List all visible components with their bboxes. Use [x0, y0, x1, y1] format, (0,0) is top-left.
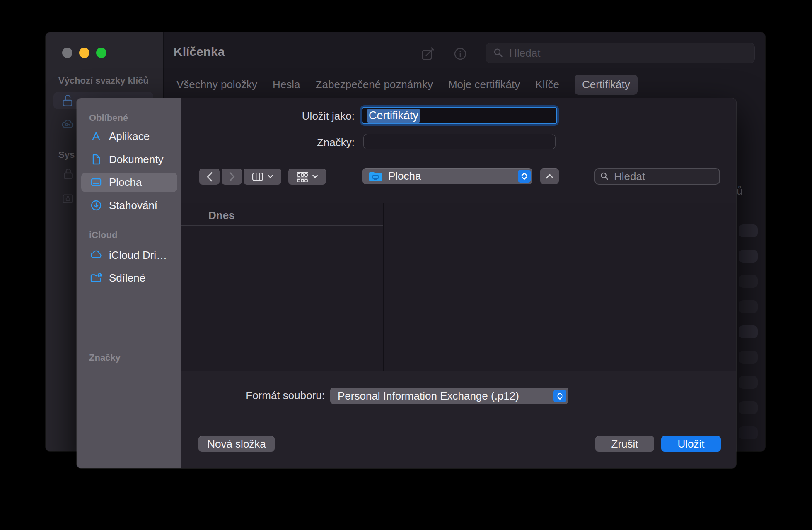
file-format-popup[interactable]: Personal Information Exchange (.p12)	[330, 388, 568, 404]
save-dialog-sidebar: Oblíbené Aplikace Dokumenty Plocha	[77, 98, 181, 468]
up-chevron-icon	[546, 173, 554, 179]
file-browser[interactable]: Dnes	[181, 203, 736, 371]
download-icon	[90, 199, 102, 212]
table-row	[739, 250, 758, 263]
cancel-button[interactable]: Zrušit	[595, 436, 654, 452]
group-view-icon	[297, 171, 308, 182]
folder-icon	[368, 170, 382, 183]
file-format-value: Personal Information Exchange (.p12)	[338, 390, 553, 402]
tags-field[interactable]	[363, 134, 556, 149]
table-row	[739, 300, 758, 313]
sidebar-item-dokumenty[interactable]: Dokumenty	[90, 152, 164, 166]
tags-input[interactable]	[364, 134, 555, 149]
close-button[interactable]	[62, 48, 72, 58]
divider	[181, 225, 383, 226]
save-as-selected-text: Certifikáty	[367, 109, 420, 123]
locked-padlock-icon	[61, 167, 75, 181]
table-row	[739, 325, 758, 338]
save-as-label: Uložit jako:	[181, 110, 355, 123]
tab-all-items[interactable]: Všechny položky	[176, 78, 257, 91]
tags-label: Značky:	[181, 136, 355, 149]
dialog-search-field[interactable]	[594, 168, 720, 185]
table-row	[739, 426, 758, 439]
table-row	[739, 401, 758, 414]
format-band: Formát souboru: Personal Information Exc…	[181, 371, 736, 419]
save-dialog: Oblíbené Aplikace Dokumenty Plocha	[77, 98, 736, 468]
search-icon	[493, 48, 503, 58]
table-row	[739, 275, 758, 288]
default-keychains-header: Výchozí svazky klíčů	[58, 75, 149, 86]
dialog-search-input[interactable]	[613, 170, 714, 183]
sidebar-item-plocha[interactable]: Plocha	[90, 175, 142, 189]
zoom-button[interactable]	[96, 48, 106, 58]
tab-keys[interactable]: Klíče	[535, 78, 559, 91]
sidebar-item-icloud-drive[interactable]: iCloud Dri…	[90, 248, 167, 262]
clipped-text-fragment: ů	[737, 185, 742, 198]
window-search-field[interactable]	[486, 43, 755, 63]
back-button[interactable]	[199, 169, 220, 185]
search-icon	[600, 171, 609, 181]
file-group-header: Dnes	[208, 209, 235, 222]
shared-folder-icon	[90, 272, 102, 284]
back-chevron-icon	[206, 172, 213, 182]
window-title: Klíčenka	[174, 45, 225, 59]
compose-icon[interactable]	[420, 46, 435, 61]
cloud-key-icon	[61, 118, 75, 132]
column-view-button[interactable]	[244, 169, 281, 185]
sidebar-item-stahovani[interactable]: Stahování	[90, 198, 157, 212]
location-value: Plocha	[388, 170, 518, 183]
forward-button[interactable]	[222, 169, 242, 185]
new-folder-button[interactable]: Nová složka	[198, 436, 275, 452]
appstore-icon	[90, 130, 102, 142]
sidebar-item-aplikace[interactable]: Aplikace	[90, 129, 150, 143]
buttons-band: Nová složka Zrušit Uložit	[181, 419, 736, 468]
up-directory-button[interactable]	[540, 168, 559, 184]
system-keychains-header: Sys	[58, 149, 75, 160]
icloud-header: iCloud	[89, 230, 117, 241]
columns-view-icon	[252, 172, 263, 182]
tab-secure-notes[interactable]: Zabezpečené poznámky	[316, 78, 433, 91]
save-button[interactable]: Uložit	[661, 436, 721, 452]
file-format-label: Formát souboru:	[181, 389, 325, 402]
table-row	[739, 224, 758, 237]
chevron-down-icon	[268, 175, 273, 178]
chevron-down-icon	[312, 175, 318, 178]
location-popup[interactable]: Plocha	[362, 168, 532, 184]
minimize-button[interactable]	[79, 48, 89, 58]
tab-passwords[interactable]: Hesla	[273, 78, 300, 91]
favorites-header: Oblíbené	[89, 113, 128, 123]
system-roots-icon	[61, 191, 75, 205]
up-down-stepper-icon	[553, 390, 566, 402]
unlocked-padlock-icon	[60, 94, 75, 108]
file-browser-column[interactable]: Dnes	[181, 203, 384, 371]
tab-my-certificates[interactable]: Moje certifikáty	[448, 78, 520, 91]
cloud-icon	[90, 249, 102, 261]
info-icon[interactable]	[453, 47, 467, 61]
up-down-stepper-icon	[518, 170, 531, 183]
document-icon	[90, 153, 102, 166]
desktop-icon	[90, 176, 102, 188]
category-tabs: Všechny položky Hesla Zabezpečené poznám…	[176, 71, 638, 98]
save-as-field[interactable]: Certifikáty	[362, 107, 557, 124]
table-row	[739, 351, 758, 364]
forward-chevron-icon	[228, 172, 236, 182]
table-row	[739, 376, 758, 389]
tags-header: Značky	[89, 352, 121, 363]
sidebar-item-sdilene[interactable]: Sdílené	[90, 271, 145, 285]
tab-certificates[interactable]: Certifikáty	[575, 75, 638, 95]
save-dialog-main: Uložit jako: Certifikáty Značky:	[181, 98, 736, 468]
group-view-button[interactable]	[288, 169, 326, 185]
window-search-input[interactable]	[508, 46, 747, 60]
